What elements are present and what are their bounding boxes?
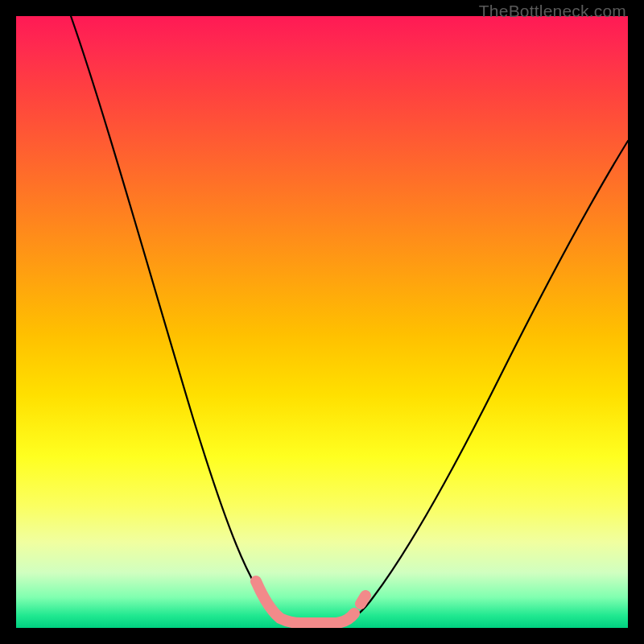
outer-frame: TheBottleneck.com <box>0 0 644 644</box>
highlight-segment <box>256 581 365 623</box>
bottleneck-curve-right <box>338 141 628 623</box>
plot-area <box>16 16 628 628</box>
watermark-text: TheBottleneck.com <box>479 2 626 21</box>
bottleneck-curve-left <box>71 16 299 623</box>
chart-svg <box>16 16 628 628</box>
